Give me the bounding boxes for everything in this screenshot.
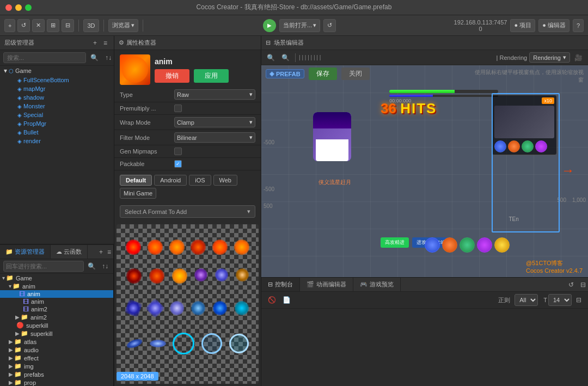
res-item-atlas[interactable]: ▶ 📁 atlas bbox=[0, 338, 113, 346]
tree-item-monster[interactable]: ◈ Monster bbox=[0, 102, 114, 111]
tree-item-game[interactable]: ▾ ⬡ Game bbox=[0, 66, 114, 76]
premultiply-checkbox[interactable] bbox=[174, 105, 182, 112]
tree-item-mapmgr[interactable]: ◈ mapMgr bbox=[0, 84, 114, 93]
refresh2-button[interactable]: ↺ bbox=[323, 19, 336, 32]
browser-dropdown[interactable]: 浏览器 ▾ bbox=[108, 19, 138, 32]
tab-game-preview[interactable]: 🎮 游戏预览 bbox=[353, 278, 401, 291]
res-item-anim-file[interactable]: 🎞 anim bbox=[0, 298, 113, 305]
res-item-anim-folder[interactable]: ▾ 📁 anim bbox=[0, 282, 113, 290]
refresh-button[interactable]: ↺ bbox=[17, 19, 30, 32]
resource-search-input[interactable] bbox=[3, 261, 84, 272]
close-prefab-button[interactable]: 关闭 bbox=[341, 68, 370, 80]
expand-console-button[interactable]: ⊟ bbox=[578, 280, 588, 290]
delete-button[interactable]: ✕ bbox=[32, 19, 45, 32]
tab-cloud-functions[interactable]: ☁ 云函数 bbox=[51, 245, 88, 259]
window-controls[interactable] bbox=[5, 4, 32, 11]
current-dropdown[interactable]: 当前打开... ▾ bbox=[279, 19, 320, 32]
type-dropdown[interactable]: Raw ▾ bbox=[174, 89, 255, 100]
project-button[interactable]: ● 项目 bbox=[510, 19, 535, 32]
help-button[interactable]: ? bbox=[573, 19, 584, 32]
collapse-button[interactable]: ⊟ bbox=[62, 19, 74, 32]
properties-list: Type Raw ▾ Premultiply ... Wrap Mode bbox=[114, 87, 261, 170]
skill-btn-3[interactable] bbox=[460, 237, 475, 253]
res-add-button[interactable]: + bbox=[97, 245, 105, 259]
res-search-button[interactable]: 🔍 bbox=[85, 261, 98, 271]
tree-item-shadow[interactable]: ◈ shadow bbox=[0, 93, 114, 102]
filtermode-dropdown[interactable]: Bilinear ▾ bbox=[174, 132, 255, 143]
rendering-controls: | Rendering Rendering ▾ 🎥 bbox=[497, 52, 585, 63]
res-item-prop[interactable]: ▶ 📁 prop bbox=[0, 378, 113, 386]
packable-checkbox[interactable]: ✓ bbox=[174, 160, 182, 168]
tab-default[interactable]: Default bbox=[120, 175, 152, 186]
tab-web[interactable]: Web bbox=[213, 175, 237, 186]
res-menu-button[interactable]: ≡ bbox=[105, 245, 113, 259]
scene-zoom-button[interactable]: 🔍 bbox=[279, 53, 292, 63]
console-clear-button[interactable]: 🚫 bbox=[266, 295, 278, 305]
res-item-superkill-folder[interactable]: ▶ 📁 superkill bbox=[0, 329, 113, 338]
minimize-button[interactable] bbox=[15, 4, 22, 11]
fire-sprite-9 bbox=[172, 268, 187, 284]
add-button[interactable]: + bbox=[4, 19, 15, 32]
res-item-anim-selected[interactable]: ▾ 🎞 anim bbox=[0, 290, 113, 298]
rendering-dropdown[interactable]: Rendering ▾ bbox=[529, 52, 570, 63]
skill-btn-2[interactable] bbox=[442, 237, 457, 253]
tree-item-bullet[interactable]: ◈ Bullet bbox=[0, 128, 114, 137]
resource-search-bar: 🔍 ↑↓ bbox=[0, 259, 113, 274]
sprite-preview bbox=[124, 232, 252, 376]
close-button[interactable] bbox=[5, 4, 12, 11]
console-copy-button[interactable]: 📄 bbox=[280, 295, 293, 305]
res-item-img[interactable]: ▶ 📁 img bbox=[0, 362, 113, 370]
hierarchy-search-input[interactable] bbox=[3, 52, 86, 63]
tree-item-render[interactable]: ◈ render bbox=[0, 137, 114, 145]
tree-item-special[interactable]: ◈ Special bbox=[0, 111, 114, 119]
skill-btn-4[interactable] bbox=[477, 237, 492, 253]
hierarchy-panel: 层级管理器 + ≡ 🔍 ↑↓ ↺ ▾ ⬡ Game ◈ FullS bbox=[0, 36, 114, 244]
play-button[interactable]: ▶ bbox=[263, 19, 276, 32]
apply-button[interactable]: 应用 bbox=[194, 69, 229, 83]
tab-resource-manager[interactable]: 📁 资源管理器 bbox=[0, 245, 51, 259]
scene-zoom-out-button[interactable]: 🔍 bbox=[265, 53, 277, 63]
res-item-superkill-file[interactable]: 🔴 superkill bbox=[0, 321, 113, 329]
format-add-section: Select A Format To Add ▾ bbox=[120, 205, 255, 218]
font-size-select[interactable]: 14 bbox=[548, 294, 572, 306]
scene-view[interactable]: -500 500 -500 500 1,000 ◈ PREFAB 保存 关闭 使… bbox=[261, 65, 588, 277]
res-item-game[interactable]: ▾ 📁 Game bbox=[0, 274, 113, 282]
right-controls: 192.168.0.113:7457 0 ● 项目 ● 编辑器 ? bbox=[454, 19, 584, 32]
res-item-audio[interactable]: ▶ 📁 audio bbox=[0, 346, 113, 354]
log-filter-select[interactable]: All bbox=[514, 294, 538, 306]
cancel-button[interactable]: 撤销 bbox=[155, 69, 189, 83]
res-item-prefabs[interactable]: ▶ 📁 prefabs bbox=[0, 370, 113, 378]
console-expand2-button[interactable]: ⊟ bbox=[574, 295, 584, 305]
tree-item-propmgr[interactable]: ◈ PropMgr bbox=[0, 119, 114, 128]
preview-size-label: 2048 x 2048 bbox=[117, 372, 158, 381]
hierarchy-menu-button[interactable]: ≡ bbox=[101, 38, 109, 48]
hierarchy-search-button[interactable]: 🔍 bbox=[88, 53, 101, 63]
grid-button[interactable]: ⊞ bbox=[47, 19, 59, 32]
res-item-anim2-file[interactable]: 🎞 anim2 bbox=[0, 305, 113, 313]
format-dropdown[interactable]: Select A Format To Add ▾ bbox=[120, 205, 255, 218]
tab-android[interactable]: Android bbox=[154, 175, 187, 186]
editor-button[interactable]: ● 编辑器 bbox=[538, 19, 569, 32]
hierarchy-add-button[interactable]: + bbox=[91, 38, 99, 48]
tab-minigame[interactable]: Mini Game bbox=[120, 188, 156, 199]
res-item-effect[interactable]: ▶ 📁 effect bbox=[0, 354, 113, 362]
res-item-anim2-folder[interactable]: ▶ 📁 anim2 bbox=[0, 313, 113, 321]
preview-area: 2048 x 2048 bbox=[117, 224, 259, 384]
tab-console[interactable]: ⊟ 控制台 bbox=[261, 278, 300, 291]
skill-btn-5[interactable] bbox=[494, 237, 510, 253]
skill-btn-1[interactable] bbox=[425, 237, 440, 253]
genmipmaps-checkbox[interactable] bbox=[174, 148, 182, 155]
refresh-console-button[interactable]: ↺ bbox=[566, 280, 576, 290]
scene-camera-button[interactable]: 🎥 bbox=[572, 53, 585, 63]
node-icon: ◈ bbox=[17, 112, 22, 118]
tab-ios[interactable]: iOS bbox=[189, 175, 211, 186]
save-prefab-button[interactable]: 保存 bbox=[309, 68, 337, 80]
tab-animation-editor[interactable]: 🎬 动画编辑器 bbox=[300, 278, 353, 291]
wrapmode-dropdown[interactable]: Clamp ▾ bbox=[174, 117, 255, 127]
action-btn-1[interactable]: 高攻精进 bbox=[381, 237, 409, 248]
res-filter-button[interactable]: ↑↓ bbox=[100, 261, 111, 271]
tree-item-fullscenebottom[interactable]: ◈ FullSceneBottom bbox=[0, 76, 114, 84]
maximize-button[interactable] bbox=[25, 4, 32, 11]
hierarchy-filter-button[interactable]: ↑↓ bbox=[103, 53, 114, 63]
3d-button[interactable]: 3D bbox=[83, 19, 99, 32]
